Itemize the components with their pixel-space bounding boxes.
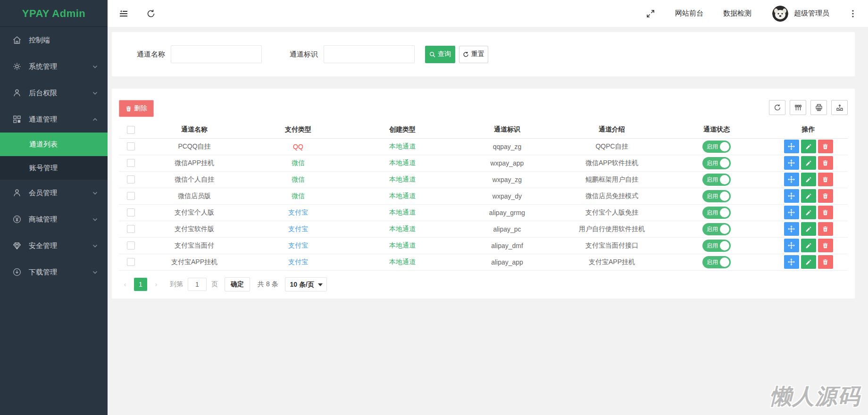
delete-row-button[interactable] — [818, 140, 833, 153]
delete-row-button[interactable] — [818, 222, 833, 236]
delete-row-button[interactable] — [818, 173, 833, 186]
page-size-select[interactable]: 10 条/页 — [285, 277, 327, 291]
sidebar-item-label: 控制端 — [29, 36, 98, 45]
delete-row-button[interactable] — [818, 255, 833, 269]
row-checkbox[interactable] — [127, 258, 135, 266]
table-print-button[interactable] — [810, 100, 827, 115]
move-row-button[interactable] — [784, 222, 799, 236]
prev-page-button[interactable]: ‹ — [119, 280, 131, 288]
status-toggle[interactable]: 启用 — [702, 207, 731, 219]
move-row-button[interactable] — [784, 255, 799, 269]
goto-confirm-button[interactable]: 确定 — [225, 277, 250, 291]
move-row-button[interactable] — [784, 140, 799, 153]
status-toggle-label: 启用 — [707, 141, 718, 153]
page-number-active[interactable]: 1 — [134, 278, 147, 291]
status-toggle-label: 启用 — [707, 157, 718, 169]
username[interactable]: 超级管理员 — [794, 9, 829, 18]
goto-page-input[interactable] — [188, 278, 207, 291]
table-export-button[interactable] — [831, 100, 848, 115]
shield-icon — [12, 241, 22, 250]
reset-button[interactable]: 重置 — [459, 46, 488, 63]
cell-channel-name: 微信店员版 — [142, 188, 246, 204]
row-checkbox[interactable] — [127, 241, 135, 249]
row-checkbox[interactable] — [127, 142, 135, 150]
status-toggle[interactable]: 启用 — [702, 190, 731, 202]
more-menu-icon[interactable] — [849, 9, 857, 18]
refresh-icon[interactable] — [146, 9, 156, 18]
goto-label: 到第 — [170, 280, 183, 289]
status-toggle[interactable]: 启用 — [702, 141, 731, 153]
channel-code-input[interactable] — [324, 45, 415, 63]
sidebar-item-mall[interactable]: 商城管理 — [0, 206, 108, 232]
status-toggle[interactable]: 启用 — [702, 157, 731, 169]
move-row-button[interactable] — [784, 206, 799, 219]
edit-row-button[interactable] — [801, 173, 816, 186]
sidebar-item-channels[interactable]: 通道管理 — [0, 106, 108, 133]
sidebar-item-members[interactable]: 会员管理 — [0, 180, 108, 206]
row-checkbox[interactable] — [127, 159, 135, 167]
move-icon — [788, 143, 795, 150]
edit-row-button[interactable] — [801, 206, 816, 219]
sidebar-item-dashboard[interactable]: 控制端 — [0, 27, 108, 53]
status-toggle[interactable]: 启用 — [702, 174, 731, 186]
delete-row-button[interactable] — [818, 239, 833, 252]
sidebar-item-channel-list[interactable]: 通道列表 — [0, 133, 108, 156]
edit-row-button[interactable] — [801, 222, 816, 236]
app-window: YPAY Admin 控制端 系统管理 后台权限 — [0, 0, 868, 415]
table-columns-button[interactable] — [790, 100, 806, 115]
edit-row-button[interactable] — [801, 255, 816, 269]
avatar[interactable] — [772, 6, 788, 22]
move-row-button[interactable] — [784, 189, 799, 203]
frontend-link[interactable]: 网站前台 — [675, 9, 703, 18]
table-refresh-button[interactable] — [769, 100, 785, 115]
delete-row-button[interactable] — [818, 156, 833, 170]
edit-row-button[interactable] — [801, 156, 816, 170]
query-button[interactable]: 查询 — [425, 46, 455, 63]
row-checkbox[interactable] — [127, 225, 135, 233]
sidebar-item-label: 通道管理 — [29, 115, 92, 124]
status-toggle[interactable]: 启用 — [702, 223, 731, 235]
edit-row-button[interactable] — [801, 189, 816, 203]
next-page-button[interactable]: › — [150, 280, 162, 288]
row-actions — [784, 173, 833, 186]
sidebar-item-label: 系统管理 — [29, 62, 92, 71]
edit-row-button[interactable] — [801, 140, 816, 153]
col-header-name: 通道名称 — [142, 122, 246, 138]
cell-channel-code: alipay_pc — [455, 221, 559, 237]
move-row-button[interactable] — [784, 156, 799, 170]
status-toggle[interactable]: 启用 — [702, 256, 731, 268]
row-checkbox[interactable] — [127, 208, 135, 216]
move-row-button[interactable] — [784, 173, 799, 186]
sidebar-item-downloads[interactable]: 下载管理 — [0, 259, 108, 285]
edit-row-button[interactable] — [801, 239, 816, 252]
table-body: PCQQ自挂QQ本地通道qqpay_zgQQPC自挂启用微信APP挂机微信本地通… — [119, 138, 848, 270]
fullscreen-icon[interactable] — [646, 9, 655, 18]
channel-name-input[interactable] — [171, 45, 262, 63]
move-icon — [788, 159, 795, 166]
sidebar-item-security[interactable]: 安全管理 — [0, 232, 108, 259]
sidebar-item-permissions[interactable]: 后台权限 — [0, 80, 108, 106]
delete-row-button[interactable] — [818, 206, 833, 219]
cell-channel-intro: QQPC自挂 — [559, 138, 664, 155]
row-checkbox[interactable] — [127, 192, 135, 200]
table-row: 支付宝当面付支付宝本地通道alipay_dmf支付宝当面付接口启用 — [119, 237, 848, 254]
move-row-button[interactable] — [784, 239, 799, 252]
sidebar-item-account-management[interactable]: 账号管理 — [0, 156, 108, 180]
sidebar-item-label: 商城管理 — [29, 215, 92, 224]
select-all-checkbox[interactable] — [127, 126, 135, 134]
status-toggle[interactable]: 启用 — [702, 240, 731, 252]
delete-row-button[interactable] — [818, 189, 833, 203]
move-icon — [788, 242, 795, 249]
cell-create-type: 本地通道 — [350, 188, 455, 204]
row-checkbox[interactable] — [127, 175, 135, 183]
batch-delete-button[interactable]: 删除 — [119, 100, 154, 117]
move-icon — [788, 258, 795, 266]
cell-channel-code: alipay_app — [455, 254, 559, 270]
sidebar-item-system[interactable]: 系统管理 — [0, 53, 108, 80]
sidebar-item-label: 安全管理 — [29, 241, 92, 250]
collapse-menu-icon[interactable] — [119, 9, 128, 18]
total-count-label: 共 8 条 — [258, 280, 278, 289]
data-check-link[interactable]: 数据检测 — [723, 9, 751, 18]
chevron-up-icon — [92, 116, 98, 123]
cell-create-type: 本地通道 — [350, 171, 455, 188]
